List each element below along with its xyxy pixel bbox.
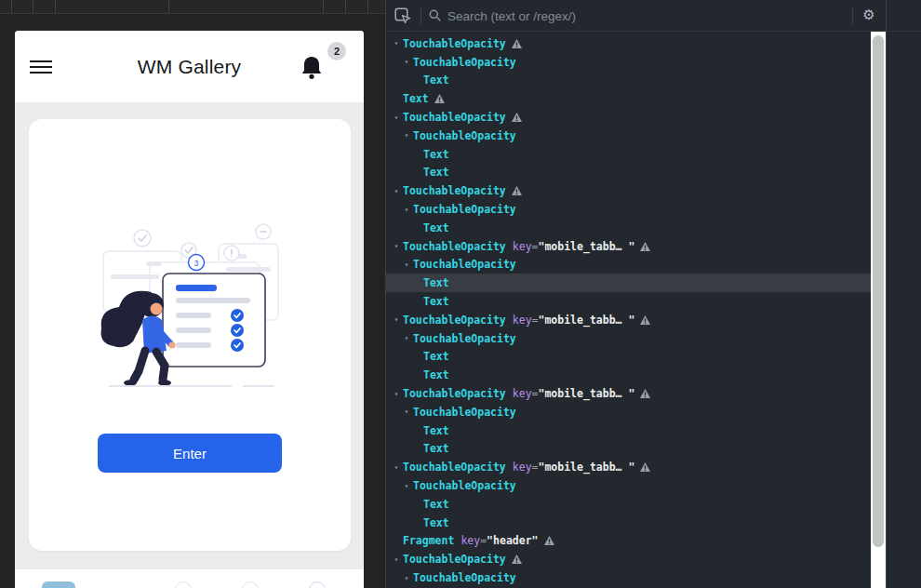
tree-row[interactable]: ▾TouchableOpacity — [386, 550, 871, 568]
phone-frame: WM Gallery 2 — [15, 31, 364, 588]
tree-row[interactable]: ▾TouchableOpacity — [386, 476, 871, 495]
tab-icon[interactable] — [242, 581, 259, 588]
component-name: TouchableOpacity — [413, 258, 516, 271]
component-tree: ▾TouchableOpacity ▾TouchableOpacity Text… — [386, 32, 871, 588]
component-key: key="mobile_tabb… " — [506, 461, 635, 474]
component-name: Text — [423, 368, 449, 381]
component-name: Text — [423, 516, 449, 529]
tree-row[interactable]: ▾TouchableOpacitykey="mobile_tabb… " — [386, 384, 871, 403]
component-name: Text — [423, 166, 449, 179]
tree-row[interactable]: Text — [386, 421, 871, 440]
tab-strip-divider — [33, 0, 33, 13]
expand-arrow-icon[interactable]: ▾ — [390, 315, 403, 324]
component-name: Text — [423, 221, 449, 234]
expand-arrow-icon[interactable]: ▾ — [400, 574, 413, 582]
component-name: Text — [423, 276, 449, 289]
tree-row[interactable]: ▾TouchableOpacitykey="mobile_tabb… " — [386, 311, 871, 329]
tree-row[interactable]: Text — [386, 274, 871, 292]
warning-icon — [512, 39, 522, 48]
tree-row[interactable]: Fragmentkey="header" — [386, 532, 871, 551]
tab-bell-icon[interactable] — [309, 581, 326, 588]
tree-row[interactable]: Text — [386, 348, 871, 367]
tree-row[interactable]: Text — [386, 164, 871, 182]
component-name: TouchableOpacity — [413, 129, 516, 142]
content-card: 3 — [29, 119, 351, 551]
tree-row[interactable]: ▾TouchableOpacitykey="mobile_tabb… " — [386, 237, 871, 256]
tree-row[interactable]: ▾TouchableOpacity — [386, 329, 871, 348]
expand-arrow-icon[interactable]: ▾ — [400, 131, 413, 140]
expand-arrow-icon[interactable]: ▾ — [400, 334, 413, 342]
tree-row[interactable]: ▾TouchableOpacity — [386, 108, 871, 127]
notification-bell-button[interactable]: 2 — [298, 53, 350, 90]
component-name: TouchableOpacity — [403, 37, 506, 50]
inspect-element-button[interactable] — [394, 7, 411, 24]
search-input[interactable] — [446, 4, 766, 29]
active-tab-indicator[interactable] — [42, 581, 75, 588]
tree-row[interactable]: ▾TouchableOpacity — [386, 568, 871, 587]
expand-arrow-icon[interactable]: ▾ — [400, 58, 413, 66]
component-name: TouchableOpacity — [413, 203, 516, 216]
tree-row[interactable]: ▾TouchableOpacity — [386, 53, 871, 72]
expand-arrow-icon[interactable]: ▾ — [400, 482, 413, 490]
tree-row[interactable]: ▾TouchableOpacity — [386, 256, 871, 274]
svg-text:3: 3 — [194, 259, 198, 268]
component-name: TouchableOpacity — [413, 571, 516, 584]
tree-row[interactable]: Text — [386, 72, 871, 90]
component-name: TouchableOpacity — [403, 111, 506, 124]
tree-row[interactable]: ▾TouchableOpacity — [386, 127, 871, 145]
expand-arrow-icon[interactable]: ▾ — [390, 242, 403, 250]
tab-strip-divider — [11, 0, 12, 13]
expand-arrow-icon[interactable]: ▾ — [400, 261, 413, 269]
tree-row[interactable]: Text — [386, 495, 871, 514]
warning-icon — [512, 555, 522, 564]
tree-row[interactable]: ▾TouchableOpacity — [386, 200, 871, 219]
tree-row[interactable]: Text — [386, 440, 871, 459]
component-name: TouchableOpacity — [403, 314, 506, 327]
tree-row[interactable]: Text — [386, 145, 871, 164]
warning-icon — [640, 462, 650, 472]
tree-row[interactable]: Text — [386, 219, 871, 237]
expand-arrow-icon[interactable]: ▾ — [390, 187, 403, 195]
expand-arrow-icon[interactable]: ▾ — [390, 555, 403, 564]
tab-strip-divider — [367, 0, 368, 13]
component-name: TouchableOpacity — [403, 553, 506, 566]
expand-arrow-icon[interactable]: ▾ — [400, 408, 413, 416]
tab-icon[interactable] — [175, 581, 192, 588]
device-preview-region: WM Gallery 2 — [0, 0, 385, 588]
tree-row[interactable]: Text — [386, 366, 871, 384]
tab-strip-divider — [55, 0, 56, 13]
tree-row[interactable]: ▾TouchableOpacity — [386, 181, 871, 200]
component-name: Text — [423, 498, 449, 511]
gear-icon[interactable]: ⚙ — [858, 4, 880, 26]
expand-arrow-icon[interactable]: ▾ — [390, 39, 403, 47]
component-name: Text — [423, 74, 449, 87]
tree-row[interactable]: Text — [386, 514, 871, 532]
expand-arrow-icon[interactable]: ▾ — [390, 390, 403, 398]
scrollbar-thumb[interactable] — [873, 35, 884, 547]
component-name: TouchableOpacity — [413, 332, 516, 345]
component-name: TouchableOpacity — [403, 387, 506, 400]
expand-arrow-icon[interactable]: ▾ — [390, 114, 403, 122]
notification-badge: 2 — [327, 42, 346, 60]
tree-row[interactable]: ▾TouchableOpacity — [386, 34, 871, 53]
tab-strip-divider — [168, 0, 169, 13]
tree-row[interactable]: ▾TouchableOpacity — [386, 403, 871, 421]
expand-arrow-icon[interactable]: ▾ — [400, 206, 413, 214]
component-name: Text — [423, 295, 449, 308]
component-name: TouchableOpacity — [403, 240, 506, 253]
onboarding-illustration: 3 — [92, 220, 287, 389]
component-key: key="mobile_tabb… " — [506, 314, 635, 327]
enter-button[interactable]: Enter — [98, 434, 282, 473]
tree-row[interactable]: Text — [386, 292, 871, 311]
expand-arrow-icon[interactable]: ▾ — [390, 463, 403, 472]
component-name: TouchableOpacity — [413, 479, 516, 492]
devtools-toolbar: ⚙ — [386, 0, 921, 32]
browser-tab-strip — [0, 0, 385, 14]
tree-row[interactable]: ▾TouchableOpacitykey="mobile_tabb… " — [386, 458, 871, 476]
component-key: key="header" — [454, 534, 538, 547]
component-name: Fragment — [403, 534, 454, 547]
bottom-tab-bar — [15, 569, 364, 588]
tree-scrollbar[interactable] — [871, 32, 886, 588]
inspect-icon — [394, 7, 411, 24]
tree-row[interactable]: Text — [386, 89, 871, 108]
